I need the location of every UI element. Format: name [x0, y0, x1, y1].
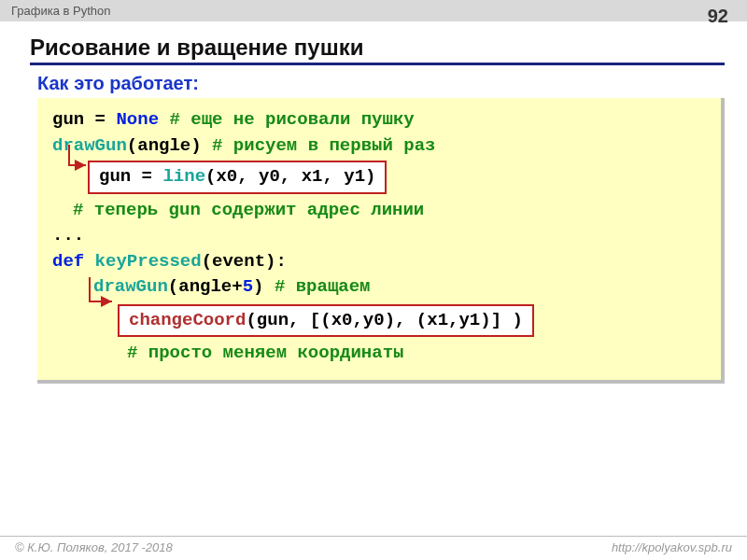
footer: © К.Ю. Поляков, 2017 -2018 http://kpolya… — [0, 536, 747, 558]
code-line-6: def keyPressed(event): — [52, 249, 706, 275]
footer-copyright: © К.Ю. Поляков, 2017 -2018 — [15, 540, 173, 554]
code-line-2: drawGun(angle) # рисуем в первый раз — [52, 133, 706, 160]
code-line-4: # теперь gun содержит адрес линии — [52, 198, 706, 224]
section-subtitle: Как это работает: — [37, 73, 747, 94]
code-block: gun = None # еще не рисовали пушку drawG… — [37, 98, 725, 384]
code-line-7: drawGun(angle+5) # вращаем — [52, 274, 706, 301]
code-line-8: changeCoord(gun, [(x0,y0), (x1,y1)] ) — [52, 304, 706, 338]
slide-title: Рисование и вращение пушки — [30, 35, 725, 65]
slide-number: 92 — [708, 6, 728, 27]
inner-box-line: gun = line(x0, y0, x1, y1) — [88, 161, 387, 194]
footer-url: http://kpolyakov.spb.ru — [612, 540, 732, 554]
code-line-9: # просто меняем координаты — [52, 341, 706, 367]
code-line-3: gun = line(x0, y0, x1, y1) — [52, 161, 706, 194]
header-text: Графика в Python — [11, 4, 111, 18]
code-line-5: ... — [52, 223, 706, 249]
code-line-1: gun = None # еще не рисовали пушку — [52, 107, 706, 133]
inner-box-changecoord: changeCoord(gun, [(x0,y0), (x1,y1)] ) — [118, 304, 534, 338]
